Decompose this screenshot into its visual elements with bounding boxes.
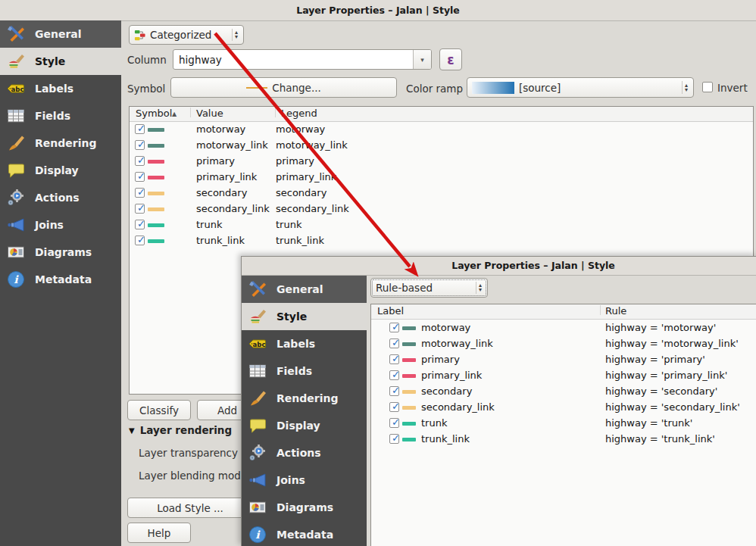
general-icon (248, 280, 267, 298)
categories-table-header[interactable]: Symbol ▲ Value Legend (130, 107, 753, 122)
row-checkbox[interactable] (135, 188, 145, 198)
header-label[interactable]: Label (377, 305, 404, 317)
row-rule: highway = 'secondary' (605, 385, 717, 397)
help-button[interactable]: Help (127, 523, 191, 543)
row-legend: motorway_link (276, 139, 348, 151)
invert-checkbox[interactable] (702, 82, 713, 92)
style-icon (7, 52, 25, 70)
color-ramp-dropdown[interactable]: [source] ▴▾ (467, 77, 694, 98)
row-checkbox[interactable] (135, 220, 145, 229)
row-checkbox[interactable] (389, 418, 399, 428)
collapse-triangle-icon[interactable]: ▼ (129, 426, 135, 435)
row-checkbox[interactable] (389, 386, 399, 396)
table-row[interactable]: primary primary (130, 154, 753, 170)
window-title-bar[interactable]: Layer Properties – Jalan | Style (0, 0, 756, 21)
sidebar-item-fields[interactable]: Fields (242, 357, 367, 385)
chevron-down-icon[interactable]: ▾ (413, 50, 431, 69)
sidebar-item-style[interactable]: Style (0, 48, 121, 75)
expression-builder-button[interactable]: ε (439, 48, 462, 70)
table-row[interactable]: secondary_link secondary_link (130, 201, 753, 217)
table-row[interactable]: primary_link primary_link (130, 170, 753, 186)
dropdown-spinner-icon: ▴▾ (476, 282, 484, 295)
renderer-type-dropdown[interactable]: Categorized ▴▾ (129, 25, 244, 45)
row-checkbox[interactable] (389, 339, 399, 348)
sidebar-item-labels[interactable]: abc Labels (242, 330, 367, 357)
table-row[interactable]: secondary highway = 'secondary' (371, 384, 756, 400)
symbol-change-button[interactable]: Change... (170, 77, 397, 98)
sidebar-item-diagrams[interactable]: Diagrams (242, 494, 367, 521)
labels-icon: abc (248, 335, 267, 353)
sidebar-item-label: Fields (276, 365, 312, 377)
header-symbol[interactable]: Symbol (136, 108, 172, 119)
sidebar-item-metadata[interactable]: i Metadata (0, 266, 121, 293)
change-button-label: Change... (272, 82, 321, 94)
row-checkbox[interactable] (389, 354, 399, 364)
header-value[interactable]: Value (196, 108, 223, 119)
window-title: Layer Properties – Jalan | Style (296, 5, 460, 16)
table-row[interactable]: trunk trunk (130, 217, 753, 233)
header-rule[interactable]: Rule (605, 305, 626, 317)
row-legend: secondary (276, 187, 326, 198)
table-row[interactable]: motorway_link highway = 'motorway_link' (371, 336, 756, 352)
table-row[interactable]: secondary_link highway = 'secondary_link… (371, 400, 756, 416)
row-checkbox[interactable] (389, 370, 399, 380)
symbol-label: Symbol (127, 83, 165, 95)
row-checkbox[interactable] (135, 172, 145, 182)
window-title: Layer Properties – Jalan | Style (451, 257, 615, 275)
header-legend[interactable]: Legend (281, 108, 317, 119)
column-dropdown[interactable]: highway ▾ (173, 49, 432, 70)
labels-icon: abc (7, 80, 25, 98)
sidebar-item-display[interactable]: Display (242, 412, 367, 439)
table-row[interactable]: motorway highway = 'motorway' (371, 320, 756, 336)
table-row[interactable]: motorway motorway (130, 122, 753, 138)
row-checkbox[interactable] (135, 124, 145, 134)
style-icon (248, 307, 267, 326)
row-checkbox[interactable] (135, 140, 145, 150)
row-checkbox[interactable] (389, 402, 399, 412)
sidebar-item-labels[interactable]: abc Labels (0, 75, 121, 102)
line-symbol-swatch (148, 176, 164, 179)
layer-rendering-section-header[interactable]: ▼ Layer rendering (129, 424, 232, 436)
table-row[interactable]: primary highway = 'primary' (371, 352, 756, 368)
table-row[interactable]: trunk highway = 'trunk' (371, 416, 756, 432)
table-row[interactable]: trunk_link trunk_link (130, 233, 753, 249)
line-symbol-swatch (402, 374, 416, 378)
sidebar-item-rendering[interactable]: Rendering (0, 129, 121, 157)
row-label: motorway_link (421, 338, 493, 349)
window-title-bar[interactable]: Layer Properties – Jalan | Style (242, 257, 756, 276)
table-row[interactable]: trunk_link highway = 'trunk_link' (371, 432, 756, 448)
row-checkbox[interactable] (389, 323, 399, 332)
sidebar-item-rendering[interactable]: Rendering (242, 385, 367, 412)
sidebar-item-diagrams[interactable]: Diagrams (0, 239, 121, 266)
sidebar-item-label: Diagrams (35, 246, 92, 258)
row-checkbox[interactable] (135, 156, 145, 166)
row-label: motorway (421, 322, 470, 333)
row-checkbox[interactable] (389, 434, 399, 444)
sidebar-item-label: Labels (35, 83, 73, 95)
sidebar-item-display[interactable]: Display (0, 157, 121, 184)
sidebar-item-joins[interactable]: Joins (242, 466, 367, 494)
table-row[interactable]: secondary secondary (130, 186, 753, 201)
load-style-button[interactable]: Load Style ... (127, 498, 253, 518)
sidebar-item-general[interactable]: General (242, 276, 367, 303)
sidebar-item-joins[interactable]: Joins (0, 211, 121, 239)
sidebar-item-style[interactable]: Style (242, 303, 367, 330)
sidebar-item-general[interactable]: General (0, 20, 121, 48)
row-value: secondary (196, 187, 247, 198)
sidebar-item-label: General (276, 283, 323, 295)
row-checkbox[interactable] (135, 204, 145, 214)
table-row[interactable]: motorway_link motorway_link (130, 138, 753, 154)
diagrams-icon (248, 498, 267, 516)
table-row[interactable]: primary_link highway = 'primary_link' (371, 368, 756, 384)
dropdown-spinner-icon: ▴▾ (682, 81, 690, 95)
sidebar-item-actions[interactable]: Actions (0, 184, 121, 211)
classify-button[interactable]: Classify (127, 400, 191, 420)
sidebar-item-fields[interactable]: Fields (0, 102, 121, 129)
row-checkbox[interactable] (135, 236, 145, 245)
rules-table-header[interactable]: Label Rule (371, 304, 756, 320)
column-divider (600, 305, 601, 315)
sidebar-item-actions[interactable]: Actions (242, 439, 367, 466)
renderer-type-dropdown[interactable]: Rule-based ▴▾ (370, 278, 488, 298)
sidebar-item-metadata[interactable]: i Metadata (242, 521, 367, 546)
sidebar-item-label: Style (35, 55, 65, 67)
